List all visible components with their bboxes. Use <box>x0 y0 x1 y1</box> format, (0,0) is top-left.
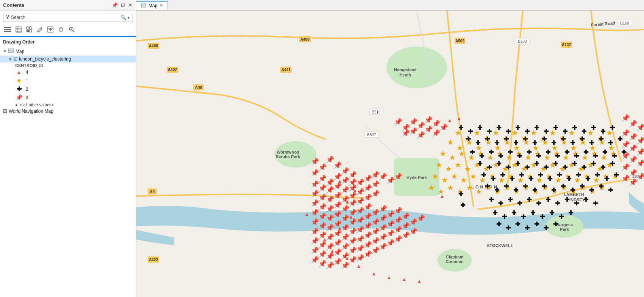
layer-expand-arrow[interactable]: ▼ <box>8 57 12 61</box>
svg-text:✚: ✚ <box>536 200 541 207</box>
checkbox-icon[interactable]: ☑ <box>13 56 17 62</box>
svg-text:✚: ✚ <box>487 164 492 171</box>
drawing-order-label: Drawing Order <box>0 37 136 45</box>
svg-text:★: ★ <box>466 183 473 192</box>
svg-text:✚: ✚ <box>602 149 608 155</box>
svg-text:✚: ✚ <box>502 213 507 220</box>
pin-icon[interactable]: 📌 <box>111 2 119 8</box>
search-icon[interactable]: 🔍 <box>120 15 127 20</box>
svg-text:▲: ▲ <box>330 248 335 254</box>
tree-item-map[interactable]: ▼ Map <box>0 47 136 56</box>
svg-text:✚: ✚ <box>515 124 521 131</box>
svg-text:✚: ✚ <box>564 149 570 155</box>
svg-text:📌: 📌 <box>371 180 380 188</box>
svg-text:📌: 📌 <box>394 173 403 181</box>
svg-text:✚: ✚ <box>498 200 503 207</box>
svg-text:✚: ✚ <box>544 164 549 171</box>
svg-text:✚: ✚ <box>559 213 564 220</box>
svg-text:Scrubs Park: Scrubs Park <box>276 154 300 159</box>
map-tab[interactable]: Map ✕ <box>136 1 168 10</box>
svg-text:✚: ✚ <box>593 153 598 159</box>
map-svg: B160 B138 B510 B507 B205 A406 A406 A40 A… <box>136 11 644 297</box>
svg-text:✚: ✚ <box>498 153 503 159</box>
svg-text:✚: ✚ <box>517 153 522 159</box>
svg-rect-2 <box>4 31 11 32</box>
svg-text:✚: ✚ <box>523 136 528 142</box>
svg-text:A406: A406 <box>149 44 158 48</box>
b160-label: B160 <box>620 21 629 25</box>
svg-text:★: ★ <box>464 165 471 173</box>
svg-text:▲: ▲ <box>352 187 358 193</box>
svg-text:★: ★ <box>458 149 465 158</box>
map-tab-label: Map <box>148 3 157 8</box>
svg-text:✚: ✚ <box>511 210 517 216</box>
svg-text:✚: ✚ <box>572 124 577 131</box>
basemap-checkbox[interactable]: ☑ <box>3 109 7 114</box>
map-tab-icon <box>141 3 146 8</box>
svg-text:✚: ✚ <box>525 164 530 171</box>
svg-text:★: ★ <box>436 161 442 169</box>
svg-text:✚: ✚ <box>479 153 485 159</box>
float-icon[interactable]: ⊡ <box>120 2 126 8</box>
svg-text:✚: ✚ <box>583 149 589 155</box>
svg-text:✚: ✚ <box>534 160 539 167</box>
svg-text:★: ★ <box>445 165 452 173</box>
svg-text:✚: ✚ <box>494 140 500 146</box>
svg-text:✚: ✚ <box>551 140 556 146</box>
svg-text:✚: ✚ <box>470 149 475 155</box>
svg-text:✚: ✚ <box>460 202 466 208</box>
svg-text:B507: B507 <box>367 133 376 137</box>
analyze-btn[interactable] <box>67 26 76 35</box>
svg-text:✚: ✚ <box>581 164 587 171</box>
close-icon[interactable]: ✕ <box>127 2 133 8</box>
svg-text:✚: ✚ <box>458 124 464 131</box>
svg-text:✚: ✚ <box>506 128 511 135</box>
draw-btn[interactable] <box>57 26 65 35</box>
tree-item-layer[interactable]: ▼ ☑ london_bicycle_clustering <box>0 56 136 62</box>
table-btn[interactable] <box>14 26 23 35</box>
svg-text:📌: 📌 <box>439 123 448 132</box>
svg-text:✚: ✚ <box>572 160 577 167</box>
svg-text:B138: B138 <box>518 39 527 44</box>
svg-text:✚: ✚ <box>513 187 519 193</box>
map-area: Map ✕ <box>136 0 644 297</box>
svg-rect-0 <box>4 27 11 28</box>
svg-text:✚: ✚ <box>570 140 575 146</box>
cross-symbol: ✚ <box>15 86 23 93</box>
svg-text:✚: ✚ <box>595 172 600 178</box>
svg-text:✚: ✚ <box>506 225 511 231</box>
legend-value-3: 3 <box>26 95 28 100</box>
svg-text:✚: ✚ <box>610 124 615 131</box>
svg-text:📌: 📌 <box>371 190 380 198</box>
svg-text:✚: ✚ <box>561 183 566 190</box>
svg-text:✚: ✚ <box>519 172 524 178</box>
svg-text:★: ★ <box>460 176 467 184</box>
tree-item-basemap[interactable]: ☑ World Navigation Map <box>0 108 136 115</box>
svg-text:✚: ✚ <box>546 149 551 155</box>
symbology-btn[interactable] <box>25 26 33 35</box>
map-container[interactable]: B160 B138 B510 B507 B205 A406 A406 A40 A… <box>136 11 644 297</box>
svg-text:✚: ✚ <box>532 187 538 193</box>
svg-text:✚: ✚ <box>489 149 494 155</box>
list-view-btn[interactable] <box>3 26 12 34</box>
svg-text:📌: 📌 <box>417 214 425 222</box>
svg-text:📌: 📌 <box>636 173 644 181</box>
svg-text:✚: ✚ <box>496 160 502 167</box>
search-input[interactable] <box>11 15 120 20</box>
svg-text:✚: ✚ <box>574 153 579 159</box>
svg-text:✚: ✚ <box>500 172 505 178</box>
svg-text:✚: ✚ <box>485 136 490 142</box>
add-btn[interactable] <box>46 26 55 35</box>
edit-btn[interactable] <box>36 26 44 35</box>
svg-text:✚: ✚ <box>536 153 541 159</box>
svg-text:✚: ✚ <box>600 164 606 171</box>
svg-text:▲: ▲ <box>386 274 392 280</box>
map-expand-arrow[interactable]: ▼ <box>3 49 7 53</box>
svg-text:✚: ✚ <box>477 124 483 131</box>
svg-text:Hampstead: Hampstead <box>394 67 416 72</box>
dropdown-icon[interactable]: ▼ <box>127 16 130 20</box>
svg-text:✚: ✚ <box>485 183 490 190</box>
map-tab-close-btn[interactable]: ✕ <box>159 3 163 8</box>
svg-line-19 <box>73 31 74 32</box>
svg-text:✚: ✚ <box>508 149 513 155</box>
